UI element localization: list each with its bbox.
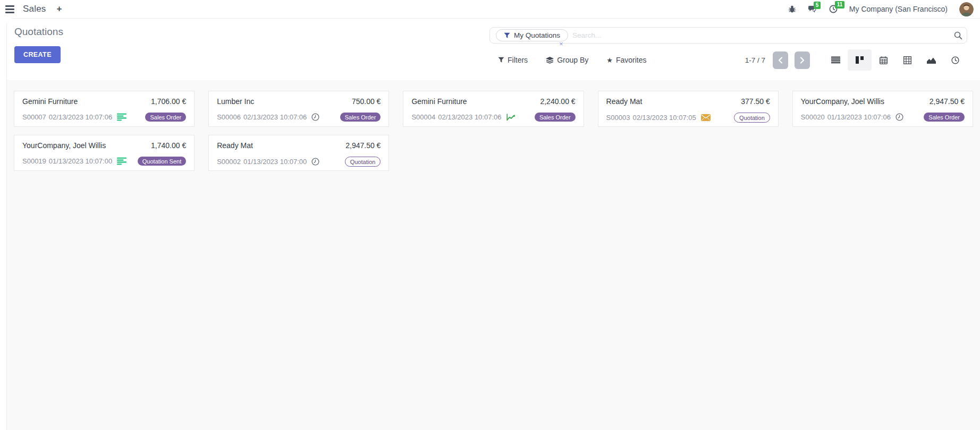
status-badge: Sales Order [535,113,576,122]
card-partner-name: Gemini Furniture [22,97,78,106]
page-title: Quotations [14,26,63,38]
card-reference: S00002 [217,158,241,166]
status-badge: Sales Order [145,113,186,122]
favorites-label: Favorites [616,56,647,64]
calendar-view-button[interactable] [872,49,895,71]
chevron-left-icon [778,57,783,64]
card-reference: S00006 [217,113,241,121]
search-bar[interactable]: My Quotations × [489,27,967,44]
card-partner-name: YourCompany, Joel Willis [801,97,884,106]
top-navbar: Sales + 5 11 My Company (San Francisco) [0,0,980,18]
messages-icon[interactable]: 5 [808,5,817,13]
kanban-card[interactable]: Ready Mat 377.50 € S00003 02/13/2023 10:… [598,91,779,127]
kanban-card[interactable]: YourCompany, Joel Willis 1,740.00 € S000… [14,135,195,171]
status-badge: Quotation Sent [138,157,186,166]
activities-count-badge: 11 [835,1,845,8]
card-amount: 2,947.50 € [930,97,965,106]
card-datetime: 02/13/2023 10:07:06 [243,113,307,121]
filters-label: Filters [508,56,528,64]
clock-icon[interactable] [311,158,319,166]
checklist-icon[interactable] [117,157,126,165]
checklist-icon[interactable] [117,113,126,121]
filter-funnel-icon [498,57,504,63]
list-view-button[interactable] [824,49,848,71]
pager: 1-7 / 7 [745,51,810,69]
layers-icon [546,57,554,64]
pager-range: 1-7 / 7 [745,56,765,64]
envelope-icon[interactable] [701,114,711,121]
star-icon: ★ [606,57,613,64]
kanban-card[interactable]: Lumber Inc 750.00 € S00006 02/13/2023 10… [208,91,389,127]
trend-up-icon[interactable] [506,114,516,121]
user-avatar[interactable] [959,2,974,16]
card-datetime: 02/13/2023 10:07:05 [632,114,696,122]
kanban-card[interactable]: YourCompany, Joel Willis 2,947.50 € S000… [792,91,973,127]
messages-count-badge: 5 [814,2,821,9]
search-facet-my-quotations[interactable]: My Quotations [496,29,568,41]
card-datetime: 02/13/2023 10:07:06 [438,113,501,121]
card-amount: 1,706.00 € [151,97,186,106]
graph-view-button[interactable] [919,49,943,71]
status-badge: Sales Order [340,113,381,122]
activity-view-icon [951,56,959,64]
kanban-view-icon [856,56,864,64]
debug-bug-icon[interactable] [788,5,796,13]
pivot-view-icon [903,56,911,64]
card-amount: 750.00 € [352,97,381,106]
chevron-right-icon [800,57,805,64]
favorites-button[interactable]: ★ Favorites [606,56,646,64]
kanban-card[interactable]: Gemini Furniture 1,706.00 € S00007 02/13… [14,91,195,127]
card-amount: 377.50 € [741,97,770,106]
kanban-card[interactable]: Gemini Furniture 2,240.00 € S00004 02/13… [403,91,584,127]
app-name[interactable]: Sales [23,4,46,14]
view-switcher [824,49,967,71]
card-amount: 2,947.50 € [345,141,381,150]
kanban-view-button[interactable] [848,49,872,71]
control-panel: Quotations CREATE My Quotations × Filter [7,19,980,80]
card-datetime: 02/13/2023 10:07:06 [49,113,112,121]
status-badge: Sales Order [924,113,965,122]
control-panel-row: Filters Group By ★ Favorites 1-7 / 7 [489,51,967,69]
activities-clock-icon[interactable]: 11 [829,5,838,13]
activity-view-button[interactable] [943,49,967,71]
card-reference: S00003 [606,114,630,122]
kanban-card[interactable]: Ready Mat 2,947.50 € S00002 01/13/2023 1… [208,135,389,171]
card-datetime: 01/13/2023 10:07:00 [243,158,307,166]
search-icon[interactable] [954,31,962,40]
company-switcher[interactable]: My Company (San Francisco) [849,5,948,13]
card-partner-name: Lumber Inc [217,97,254,106]
card-amount: 2,240.00 € [540,97,575,106]
filter-funnel-icon [504,32,510,39]
plus-icon[interactable]: + [54,4,65,14]
calendar-view-icon [880,56,888,64]
card-datetime: 01/13/2023 10:07:06 [827,113,891,121]
apps-menu-icon[interactable] [4,3,15,15]
card-partner-name: Ready Mat [217,141,253,150]
pivot-view-button[interactable] [895,49,919,71]
status-badge: Quotation [734,113,770,123]
card-datetime: 01/13/2023 10:07:00 [49,157,112,165]
pager-next-button[interactable] [795,51,810,69]
group-by-button[interactable]: Group By [546,56,588,64]
pager-previous-button[interactable] [773,51,788,69]
clock-icon[interactable] [311,113,319,121]
card-reference: S00019 [22,157,46,165]
kanban-grid: Gemini Furniture 1,706.00 € S00007 02/13… [14,91,973,171]
filters-button[interactable]: Filters [498,56,528,64]
card-reference: S00020 [801,113,825,121]
clock-icon[interactable] [895,113,903,121]
create-button[interactable]: CREATE [14,46,61,63]
main-content: Quotations CREATE My Quotations × Filter [6,18,980,430]
card-reference: S00004 [411,113,435,121]
card-reference: S00007 [22,113,46,121]
facet-remove-icon[interactable]: × [559,41,563,47]
kanban-view: Gemini Furniture 1,706.00 € S00007 02/13… [7,80,980,430]
card-partner-name: YourCompany, Joel Willis [22,141,106,150]
list-view-icon [831,56,840,64]
status-badge: Quotation [345,157,381,167]
facet-label: My Quotations [514,31,560,39]
search-input[interactable] [572,31,954,39]
card-amount: 1,740.00 € [151,141,186,150]
card-partner-name: Ready Mat [606,97,643,106]
card-partner-name: Gemini Furniture [411,97,467,106]
